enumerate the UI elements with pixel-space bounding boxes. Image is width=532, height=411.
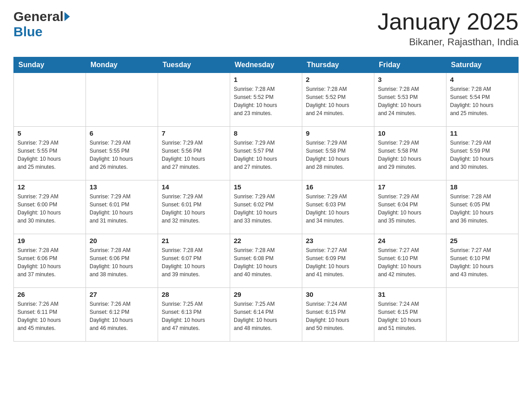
calendar-cell: 7Sunrise: 7:29 AM Sunset: 5:56 PM Daylig… [158,127,230,180]
calendar-cell: 20Sunrise: 7:28 AM Sunset: 6:06 PM Dayli… [86,234,158,288]
day-info: Sunrise: 7:25 AM Sunset: 6:13 PM Dayligh… [162,300,226,332]
col-friday: Friday [374,57,446,73]
calendar-cell: 3Sunrise: 7:28 AM Sunset: 5:53 PM Daylig… [374,73,446,127]
calendar-title: January 2025 [378,9,519,34]
col-saturday: Saturday [446,57,519,73]
calendar-cell: 31Sunrise: 7:24 AM Sunset: 6:15 PM Dayli… [374,288,446,342]
page-header: General Blue January 2025 Bikaner, Rajas… [13,9,519,48]
calendar-cell: 5Sunrise: 7:29 AM Sunset: 5:55 PM Daylig… [14,127,86,180]
day-info: Sunrise: 7:27 AM Sunset: 6:10 PM Dayligh… [450,246,515,278]
day-number: 21 [162,237,226,244]
day-info: Sunrise: 7:29 AM Sunset: 5:58 PM Dayligh… [378,139,442,171]
day-number: 18 [450,183,515,191]
day-number: 19 [17,237,82,244]
day-number: 15 [234,183,298,191]
day-number: 7 [162,129,226,137]
day-number: 24 [378,237,442,244]
day-info: Sunrise: 7:29 AM Sunset: 5:58 PM Dayligh… [306,139,370,171]
day-info: Sunrise: 7:29 AM Sunset: 6:01 PM Dayligh… [90,193,154,225]
calendar-header: Sunday Monday Tuesday Wednesday Thursday… [14,57,519,73]
day-number: 22 [234,237,298,244]
day-info: Sunrise: 7:29 AM Sunset: 5:57 PM Dayligh… [234,139,298,171]
day-info: Sunrise: 7:29 AM Sunset: 6:01 PM Dayligh… [162,193,226,225]
day-number: 12 [17,183,82,191]
day-info: Sunrise: 7:26 AM Sunset: 6:11 PM Dayligh… [17,300,82,332]
day-info: Sunrise: 7:28 AM Sunset: 6:05 PM Dayligh… [450,193,515,225]
calendar-cell: 9Sunrise: 7:29 AM Sunset: 5:58 PM Daylig… [302,127,374,180]
calendar-cell: 13Sunrise: 7:29 AM Sunset: 6:01 PM Dayli… [86,180,158,234]
col-sunday: Sunday [14,57,86,73]
logo-blue-text: Blue [13,24,43,39]
calendar-cell: 14Sunrise: 7:29 AM Sunset: 6:01 PM Dayli… [158,180,230,234]
calendar-cell: 2Sunrise: 7:28 AM Sunset: 5:52 PM Daylig… [302,73,374,127]
day-number: 16 [306,183,370,191]
calendar-cell: 8Sunrise: 7:29 AM Sunset: 5:57 PM Daylig… [230,127,302,180]
logo-general-text: General [13,9,64,24]
day-info: Sunrise: 7:24 AM Sunset: 6:15 PM Dayligh… [306,300,370,332]
day-info: Sunrise: 7:28 AM Sunset: 6:06 PM Dayligh… [90,246,154,278]
calendar-cell: 30Sunrise: 7:24 AM Sunset: 6:15 PM Dayli… [302,288,374,342]
day-number: 2 [306,76,370,83]
day-info: Sunrise: 7:25 AM Sunset: 6:14 PM Dayligh… [234,300,298,332]
calendar-cell: 25Sunrise: 7:27 AM Sunset: 6:10 PM Dayli… [446,234,519,288]
day-number: 13 [90,183,154,191]
calendar-table: Sunday Monday Tuesday Wednesday Thursday… [13,57,519,342]
day-number: 28 [162,291,226,298]
day-info: Sunrise: 7:29 AM Sunset: 5:59 PM Dayligh… [450,139,515,171]
day-number: 1 [234,76,298,83]
day-info: Sunrise: 7:28 AM Sunset: 5:52 PM Dayligh… [234,85,298,117]
calendar-week-row: 1Sunrise: 7:28 AM Sunset: 5:52 PM Daylig… [14,73,519,127]
day-number: 31 [378,291,442,298]
logo-arrow-icon [64,12,70,21]
day-info: Sunrise: 7:28 AM Sunset: 5:53 PM Dayligh… [378,85,442,117]
calendar-week-row: 12Sunrise: 7:29 AM Sunset: 6:00 PM Dayli… [14,180,519,234]
calendar-cell [446,288,519,342]
day-number: 23 [306,237,370,244]
day-number: 14 [162,183,226,191]
calendar-cell: 1Sunrise: 7:28 AM Sunset: 5:52 PM Daylig… [230,73,302,127]
day-info: Sunrise: 7:27 AM Sunset: 6:10 PM Dayligh… [378,246,442,278]
calendar-cell: 16Sunrise: 7:29 AM Sunset: 6:03 PM Dayli… [302,180,374,234]
day-number: 11 [450,129,515,137]
day-number: 20 [90,237,154,244]
day-info: Sunrise: 7:29 AM Sunset: 5:55 PM Dayligh… [17,139,82,171]
logo: General Blue [13,9,71,39]
day-info: Sunrise: 7:29 AM Sunset: 6:00 PM Dayligh… [17,193,82,225]
calendar-cell: 17Sunrise: 7:29 AM Sunset: 6:04 PM Dayli… [374,180,446,234]
calendar-cell: 15Sunrise: 7:29 AM Sunset: 6:02 PM Dayli… [230,180,302,234]
day-info: Sunrise: 7:29 AM Sunset: 6:03 PM Dayligh… [306,193,370,225]
calendar-cell: 12Sunrise: 7:29 AM Sunset: 6:00 PM Dayli… [14,180,86,234]
day-number: 3 [378,76,442,83]
calendar-cell: 18Sunrise: 7:28 AM Sunset: 6:05 PM Dayli… [446,180,519,234]
day-number: 6 [90,129,154,137]
day-info: Sunrise: 7:28 AM Sunset: 5:54 PM Dayligh… [450,85,515,117]
day-info: Sunrise: 7:24 AM Sunset: 6:15 PM Dayligh… [378,300,442,332]
day-info: Sunrise: 7:29 AM Sunset: 5:55 PM Dayligh… [90,139,154,171]
day-info: Sunrise: 7:26 AM Sunset: 6:12 PM Dayligh… [90,300,154,332]
day-number: 10 [378,129,442,137]
day-info: Sunrise: 7:29 AM Sunset: 6:02 PM Dayligh… [234,193,298,225]
day-info: Sunrise: 7:28 AM Sunset: 6:06 PM Dayligh… [17,246,82,278]
day-number: 5 [17,129,82,137]
calendar-cell: 24Sunrise: 7:27 AM Sunset: 6:10 PM Dayli… [374,234,446,288]
calendar-body: 1Sunrise: 7:28 AM Sunset: 5:52 PM Daylig… [14,73,519,342]
day-info: Sunrise: 7:29 AM Sunset: 5:56 PM Dayligh… [162,139,226,171]
calendar-cell: 26Sunrise: 7:26 AM Sunset: 6:11 PM Dayli… [14,288,86,342]
title-block: January 2025 Bikaner, Rajasthan, India [378,9,519,48]
calendar-cell: 11Sunrise: 7:29 AM Sunset: 5:59 PM Dayli… [446,127,519,180]
day-number: 30 [306,291,370,298]
calendar-cell: 4Sunrise: 7:28 AM Sunset: 5:54 PM Daylig… [446,73,519,127]
calendar-cell: 22Sunrise: 7:28 AM Sunset: 6:08 PM Dayli… [230,234,302,288]
col-wednesday: Wednesday [230,57,302,73]
col-tuesday: Tuesday [158,57,230,73]
calendar-subtitle: Bikaner, Rajasthan, India [378,36,519,48]
day-info: Sunrise: 7:28 AM Sunset: 6:08 PM Dayligh… [234,246,298,278]
col-monday: Monday [86,57,158,73]
calendar-cell: 6Sunrise: 7:29 AM Sunset: 5:55 PM Daylig… [86,127,158,180]
calendar-week-row: 19Sunrise: 7:28 AM Sunset: 6:06 PM Dayli… [14,234,519,288]
calendar-week-row: 5Sunrise: 7:29 AM Sunset: 5:55 PM Daylig… [14,127,519,180]
day-number: 8 [234,129,298,137]
calendar-week-row: 26Sunrise: 7:26 AM Sunset: 6:11 PM Dayli… [14,288,519,342]
col-thursday: Thursday [302,57,374,73]
day-number: 25 [450,237,515,244]
